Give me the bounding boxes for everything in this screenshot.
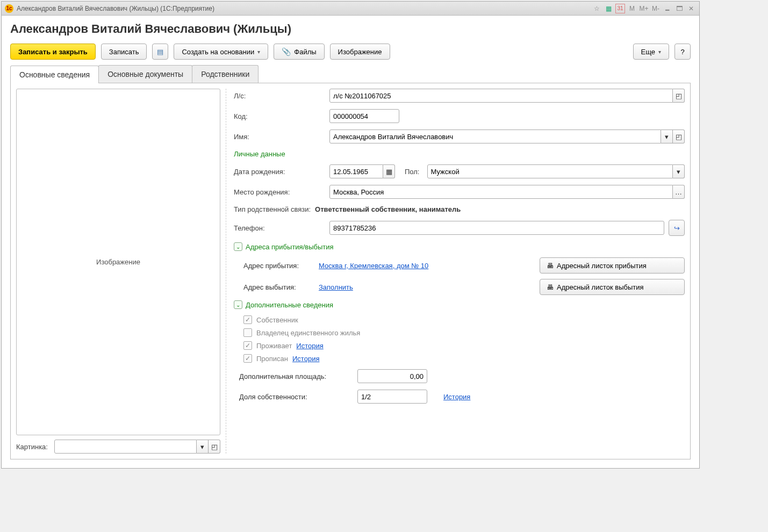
more-button[interactable]: Еще — [633, 44, 669, 60]
gender-label: Пол: — [405, 168, 423, 176]
list-icon: ▤ — [157, 48, 163, 56]
printer-icon: 🖶 — [547, 283, 554, 291]
birthplace-ellipsis-button[interactable]: … — [673, 185, 685, 199]
sole-owner-checkbox-label: Владелец единственного жилья — [256, 329, 360, 337]
arrival-btn-label: Адресный листок прибытия — [557, 262, 647, 270]
name-dropdown-button[interactable]: ▾ — [661, 130, 673, 143]
calendar-icon[interactable]: 31 — [615, 4, 625, 13]
birthplace-input[interactable] — [329, 185, 673, 199]
arrival-address-sheet-button[interactable]: 🖶 Адресный листок прибытия — [540, 257, 685, 274]
list-icon-button[interactable]: ▤ — [152, 44, 168, 60]
picture-dropdown-button[interactable]: ▾ — [197, 440, 209, 454]
content-area: Александров Виталий Вячеславович (Жильцы… — [2, 16, 699, 468]
form-panel: Л/с: ◰ Код: Имя: ▾ ◰ — [226, 89, 685, 454]
registered-checkbox[interactable] — [243, 354, 252, 363]
departure-address-label: Адрес выбытия: — [243, 283, 313, 291]
departure-address-sheet-button[interactable]: 🖶 Адресный листок выбытия — [540, 279, 685, 295]
memory-m-button[interactable]: M — [627, 4, 637, 13]
chevron-down-icon: ⌄ — [234, 242, 242, 251]
relation-type-label: Тип родственной связи: — [234, 205, 311, 213]
name-label: Имя: — [234, 133, 325, 141]
calculator-icon[interactable]: ▦ — [604, 4, 613, 13]
calendar-picker-button[interactable]: ▦ — [383, 164, 395, 178]
ls-open-button[interactable]: ◰ — [673, 89, 685, 103]
titlebar: 1c Александров Виталий Вячеславович (Жил… — [2, 2, 699, 16]
maximize-button[interactable]: 🗖 — [674, 4, 684, 13]
window-title: Александров Виталий Вячеславович (Жильцы… — [17, 5, 592, 12]
chevron-down-icon: ⌄ — [234, 300, 242, 309]
memory-mplus-button[interactable]: M+ — [639, 4, 649, 13]
image-panel: Изображение Картинка: ▾ ◰ — [16, 89, 220, 454]
picture-input[interactable] — [54, 440, 197, 454]
toolbar: Записать и закрыть Записать ▤ Создать на… — [10, 44, 691, 60]
arrow-icon: ↪ — [674, 224, 680, 232]
help-button[interactable]: ? — [674, 44, 691, 60]
owner-checkbox-label: Собственник — [256, 316, 298, 324]
memory-mminus-button[interactable]: M- — [651, 4, 661, 13]
code-input[interactable] — [329, 109, 399, 123]
addresses-heading[interactable]: ⌄ Адреса прибытия/выбытия — [234, 242, 685, 251]
departure-btn-label: Адресный листок выбытия — [557, 283, 644, 291]
printer-icon: 🖶 — [547, 262, 554, 270]
dob-label: Дата рождения: — [234, 168, 325, 176]
ls-label: Л/с: — [234, 92, 325, 100]
tab-relatives[interactable]: Родственники — [192, 65, 259, 83]
departure-address-fill-link[interactable]: Заполнить — [319, 283, 353, 291]
create-based-on-button[interactable]: Создать на основании — [174, 44, 268, 60]
additional-heading-text: Дополнительные сведения — [246, 301, 333, 309]
save-button[interactable]: Записать — [101, 44, 147, 60]
files-button[interactable]: 📎Файлы — [274, 44, 324, 60]
resides-checkbox-label: Проживает — [256, 342, 292, 350]
ownership-share-input[interactable] — [357, 390, 427, 404]
addresses-heading-text: Адреса прибытия/выбытия — [246, 243, 334, 251]
name-open-button[interactable]: ◰ — [673, 130, 685, 143]
phone-action-button[interactable]: ↪ — [669, 220, 685, 236]
additional-area-input[interactable] — [357, 369, 427, 383]
phone-input[interactable] — [329, 221, 664, 235]
share-history-link[interactable]: История — [443, 393, 470, 401]
favorite-icon[interactable]: ☆ — [592, 4, 601, 13]
dob-input[interactable] — [329, 164, 383, 178]
gender-dropdown-button[interactable]: ▾ — [673, 164, 685, 178]
ownership-share-label: Доля собственности: — [239, 393, 352, 401]
arrival-address-label: Адрес прибытия: — [243, 262, 313, 270]
save-and-close-button[interactable]: Записать и закрыть — [10, 44, 96, 60]
code-label: Код: — [234, 112, 325, 120]
phone-label: Телефон: — [234, 224, 325, 232]
titlebar-buttons: ☆ ▦ 31 M M+ M- 🗕 🗖 ✕ — [592, 4, 696, 13]
tab-main-info[interactable]: Основные сведения — [10, 66, 99, 83]
files-label: Файлы — [294, 48, 316, 56]
relation-type-value: Ответственный собственник, наниматель — [315, 205, 461, 213]
additional-area-label: Дополнительная площадь: — [239, 372, 352, 380]
page-title: Александров Виталий Вячеславович (Жильцы… — [10, 22, 691, 36]
picture-open-button[interactable]: ◰ — [209, 440, 220, 454]
image-button[interactable]: Изображение — [330, 44, 390, 60]
name-input[interactable] — [329, 130, 661, 143]
picture-label: Картинка: — [16, 443, 51, 451]
tab-content: Изображение Картинка: ▾ ◰ Л/с: ◰ — [10, 83, 691, 459]
registered-history-link[interactable]: История — [292, 355, 319, 363]
personal-data-heading: Личные данные — [234, 150, 685, 158]
owner-checkbox[interactable] — [243, 315, 252, 324]
registered-checkbox-label: Прописан — [256, 355, 288, 363]
minimize-button[interactable]: 🗕 — [663, 4, 672, 13]
paperclip-icon: 📎 — [282, 47, 291, 56]
gender-input[interactable] — [427, 164, 673, 178]
resides-history-link[interactable]: История — [296, 342, 323, 350]
image-placeholder[interactable]: Изображение — [16, 89, 220, 435]
app-icon: 1c — [5, 4, 13, 13]
sole-owner-checkbox[interactable] — [243, 328, 252, 337]
ls-input[interactable] — [329, 89, 673, 103]
calendar-icon: ▦ — [386, 168, 392, 176]
close-button[interactable]: ✕ — [686, 4, 696, 13]
resides-checkbox[interactable] — [243, 341, 252, 350]
tab-main-documents[interactable]: Основные документы — [98, 65, 192, 83]
birthplace-label: Место рождения: — [234, 188, 325, 196]
arrival-address-link[interactable]: Москва г, Кремлевская, дом № 10 — [319, 262, 428, 270]
picture-input-row: Картинка: ▾ ◰ — [16, 440, 220, 454]
tabs: Основные сведения Основные документы Род… — [10, 65, 691, 83]
additional-info-heading[interactable]: ⌄ Дополнительные сведения — [234, 300, 685, 309]
window: 1c Александров Виталий Вячеславович (Жил… — [1, 1, 700, 469]
